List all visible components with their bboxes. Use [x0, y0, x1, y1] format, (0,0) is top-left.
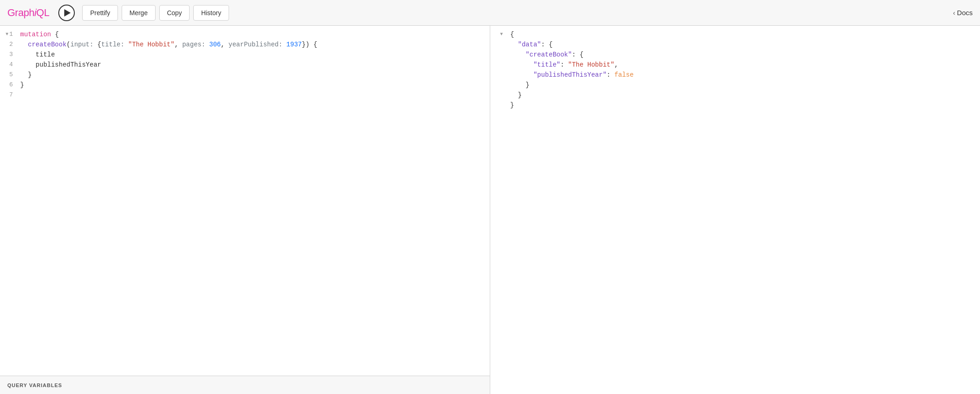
- history-button[interactable]: History: [193, 5, 229, 21]
- line-content-4: publishedThisYear: [18, 60, 490, 70]
- query-line-7: 7: [0, 90, 490, 100]
- response-line-7: }: [490, 90, 980, 100]
- copy-button[interactable]: Copy: [159, 5, 190, 21]
- response-line-number-8: [490, 100, 509, 110]
- response-line-number-1: ▼: [490, 29, 509, 39]
- fold-arrow-1[interactable]: ▼: [6, 29, 8, 39]
- response-line-number-4: [490, 60, 509, 70]
- response-line-number-2: [490, 39, 509, 50]
- line-content-1: mutation {: [18, 29, 490, 39]
- line-content-3: title: [18, 50, 490, 60]
- query-line-1: ▼ 1 mutation {: [0, 29, 490, 39]
- app-logo: GraphiQL: [7, 7, 49, 19]
- response-content-2: "data": {: [509, 39, 553, 50]
- line-content-6: }: [18, 80, 490, 90]
- response-line-number-6: [490, 80, 509, 90]
- docs-label: Docs: [957, 9, 973, 17]
- query-line-5: 5 }: [0, 70, 490, 80]
- response-line-6: }: [490, 80, 980, 90]
- response-line-number-5: [490, 70, 509, 80]
- merge-button[interactable]: Merge: [122, 5, 156, 21]
- response-line-2: "data": {: [490, 39, 980, 50]
- main-content: ▼ 1 mutation { 2 createBook(input: {titl…: [0, 26, 980, 394]
- response-line-4: "title": "The Hobbit",: [490, 60, 980, 70]
- line-number-2: 2: [0, 39, 18, 50]
- query-panel: ▼ 1 mutation { 2 createBook(input: {titl…: [0, 26, 490, 394]
- query-variables-label: QUERY VARIABLES: [7, 383, 62, 388]
- line-number-6: 6: [0, 80, 18, 90]
- query-variables-footer[interactable]: QUERY VARIABLES: [0, 376, 490, 394]
- line-number-1: ▼ 1: [0, 29, 18, 39]
- response-line-1: ▼ {: [490, 29, 980, 39]
- response-content-3: "createBook": {: [509, 50, 584, 60]
- response-content-1: {: [509, 29, 514, 39]
- query-line-4: 4 publishedThisYear: [0, 60, 490, 70]
- line-number-3: 3: [0, 50, 18, 60]
- response-line-number-7: [490, 90, 509, 100]
- query-line-3: 3 title: [0, 50, 490, 60]
- line-number-4: 4: [0, 60, 18, 70]
- fold-arrow-response-1[interactable]: ▼: [500, 29, 503, 39]
- query-line-2: 2 createBook(input: {title: "The Hobbit"…: [0, 39, 490, 50]
- line-content-7: [18, 90, 490, 100]
- response-line-5: "publishedThisYear": false: [490, 70, 980, 80]
- response-content-6: }: [509, 80, 530, 90]
- response-content-7: }: [509, 90, 522, 100]
- run-button[interactable]: [58, 5, 75, 21]
- query-editor[interactable]: ▼ 1 mutation { 2 createBook(input: {titl…: [0, 26, 490, 376]
- line-content-5: }: [18, 70, 490, 80]
- docs-link[interactable]: ‹ Docs: [953, 9, 973, 17]
- line-content-2: createBook(input: {title: "The Hobbit", …: [18, 39, 490, 50]
- line-number-7: 7: [0, 90, 18, 100]
- response-line-number-3: [490, 50, 509, 60]
- query-line-6: 6 }: [0, 80, 490, 90]
- response-line-8: }: [490, 100, 980, 110]
- toolbar: GraphiQL Prettify Merge Copy History ‹ D…: [0, 0, 980, 26]
- prettify-button[interactable]: Prettify: [82, 5, 118, 21]
- chevron-left-icon: ‹: [953, 9, 955, 17]
- response-content-8: }: [509, 100, 514, 110]
- line-number-5: 5: [0, 70, 18, 80]
- response-content-5: "publishedThisYear": false: [509, 70, 634, 80]
- response-content-4: "title": "The Hobbit",: [509, 60, 618, 70]
- response-line-3: "createBook": {: [490, 50, 980, 60]
- response-panel: ▼ { "data": { "createBook": { "title": "…: [490, 26, 980, 394]
